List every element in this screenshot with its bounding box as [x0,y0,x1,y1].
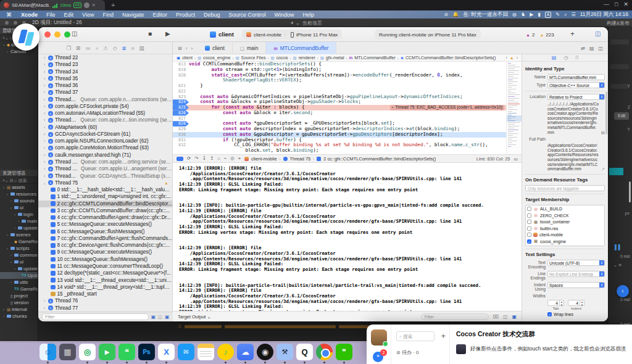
tree-item-gameroot[interactable]: TSGameRoot [0,286,38,292]
breakpoint-marker[interactable]: 825 [173,105,189,110]
todo-item[interactable]: ⊘ 待办 · 0 [396,349,418,356]
dock-wechat-icon[interactable]: ❞ [336,344,352,360]
code-line[interactable]: 824 const auto &blocks = pipelineStateOb… [173,99,522,105]
dock-dev-tool-icon[interactable]: ⚒ [276,344,293,360]
stack-frame-row[interactable]: 7 cc::gfx::CommandBufferAgent::flushComm… [38,235,172,242]
disclosure-icon[interactable]: ⌄ [43,180,46,186]
disclosure-icon[interactable]: › [6,48,9,55]
breakpoint-marker[interactable]: 826 [173,110,189,116]
file-inspector-icon[interactable]: ▤ [552,55,557,60]
code-line[interactable]: 825 for (const auto &iter : blocks) {▪Th… [173,105,522,110]
disclosure-icon[interactable]: › [43,68,46,75]
reveal-arrow-icon[interactable]: ➚ [602,167,605,172]
target-row-cocos_engine[interactable]: ✓▦cocos_engine [527,238,603,245]
dock-facetime-icon[interactable]: ▶ [99,344,115,360]
cocos-traffic-light[interactable] [5,21,9,25]
error-badge-icon[interactable]: ▲ [526,33,530,37]
thread-row[interactable]: ›≡com.apple.CoreMotion.MotionThread (63) [38,144,172,151]
code-line[interactable]: 830 const auto &gpuDescriptor = gpuDescr… [173,132,522,138]
debug-control-icon-3[interactable]: ↥ [210,155,214,162]
sender-avatar[interactable] [456,344,466,354]
disclosure-icon[interactable]: › [43,144,46,151]
disclosure-icon[interactable]: › [43,131,46,138]
thread-row[interactable]: ›≡caulk.messenger.shared:high (71) [38,152,172,159]
output-scope-selector[interactable]: Target Output ⌄ [178,314,211,320]
globe-icon[interactable]: ◍ [512,12,517,17]
chat-search-input[interactable]: ⌕ 搜索 [396,331,434,341]
disclosure-icon[interactable]: ⌄ [9,259,13,265]
close-traffic-light[interactable] [44,31,51,38]
dock-green-ring-app-icon[interactable]: ◎ [79,344,96,360]
location-select[interactable]: Relative to Project [547,94,605,100]
code-line[interactable]: 832 CC_LOG_ERROR("Buffer binding %s at s… [173,143,522,148]
thread-row[interactable]: ›≡Thread 36 [38,82,172,89]
jumpbar-segment[interactable]: CCMTLCommandBuffer::bindDescriptorSets() [405,55,496,60]
stack-frame-row[interactable]: 11 cc::MessageQueue::consumerThreadLoop(… [38,263,172,270]
tree-item-resources[interactable]: ⌄resources [0,191,38,197]
thread-row[interactable]: ›≡Thread 74 Queue: GCDAsyncS...ThreadSet… [38,173,172,180]
target-row-boost_container[interactable]: ▦boost_container [527,219,603,226]
odr-tags-input[interactable]: Only resources are taggable [525,185,605,191]
debug-console[interactable]: 14:12:39 [ERROR]: [ERROR] file /Applicat… [173,163,522,311]
jumpbar-segment[interactable]: gfx-metal [326,55,344,60]
debug-crumb[interactable]: client-mobile [251,156,277,162]
tree-item-common[interactable]: ›common [0,252,38,259]
assets-toolbar[interactable]: +⌄ ⊟ ⌕ 搜索 [0,177,38,184]
target-checkbox[interactable] [527,213,531,218]
debug-control-icon-0[interactable]: ⟳ [187,155,191,162]
disclosure-icon[interactable]: › [17,218,20,225]
help-inspector-icon[interactable]: ⍰ [575,55,578,61]
stack-frame-row[interactable]: 12 decltype(*(static_cast<cc::MessageQue… [38,270,172,276]
window-maximize-icon[interactable]: □ [615,1,618,7]
stack-frame-row[interactable]: 1 std::__1::unordered_map<unsigned int, … [38,193,172,200]
thread-row[interactable]: ›≡GCDAsyncSocket-CFStream (61) [38,131,172,138]
prev-issue-icon[interactable]: ‹ [505,56,507,60]
filter-option-icon[interactable]: ◫ [158,314,162,320]
code-line[interactable]: ShaderStageFlagBit::VERTEX); [173,78,522,83]
tree-item-chunks[interactable]: ›chunks [0,313,38,320]
disclosure-icon[interactable]: › [43,89,46,96]
target-checkbox[interactable] [527,233,531,237]
disclosure-icon[interactable]: › [43,305,46,312]
disclosure-icon[interactable]: › [43,152,46,159]
debug-control-icon-5[interactable]: ⌁ [224,155,227,162]
breakpoint-marker[interactable]: 828 [173,121,189,126]
tree-item-updatew[interactable]: TSUpdateW [0,272,38,279]
type-select[interactable]: Objective-C++ Source [547,82,605,88]
menu-debug[interactable]: Debug [199,12,225,18]
assets-panel-title[interactable]: 资源管理器 [0,170,38,177]
control-center-icon[interactable]: ☰ [572,12,576,17]
console-filter-input[interactable]: Filter [421,313,489,320]
disclosure-icon[interactable]: › [13,225,17,231]
navigator-icon-5[interactable]: ◇ [113,45,117,51]
code-line[interactable]: 821 } [173,83,522,89]
wrap-lines-checkbox[interactable]: ✓ [547,312,552,316]
encoding-select[interactable]: Unicode (UTF-8) [547,260,605,266]
tree-item-gameroot[interactable]: ◆GameRoot [0,238,38,245]
thread-row[interactable]: ⌄≡Thread 75▲ [38,180,172,186]
tab-width-stepper[interactable]: 4▲▼ [547,300,564,306]
thread-row[interactable]: ›≡Thread 51 Queue: com.apple.n....connec… [38,96,172,103]
disclosure-icon[interactable]: › [43,96,46,103]
breakpoints-toggle[interactable] [177,157,183,161]
menu-find[interactable]: Find [98,12,118,18]
minimap[interactable] [506,62,522,154]
disclosure-icon[interactable]: ⌄ [2,41,6,48]
target-checkbox[interactable] [527,226,531,231]
disclosure-icon[interactable]: › [9,197,13,204]
console-toggle-icon[interactable]: ▭ [514,156,518,162]
navigator-icon-1[interactable]: ⊠ [76,45,80,51]
disclosure-icon[interactable]: ⌄ [9,204,13,211]
indent-using-select[interactable]: Spaces [547,282,605,288]
collapse-fab-button[interactable]: ‹ [617,285,629,297]
crash-annotation[interactable]: ▪Thread 75: EXC_BAD_ACCESS (code=1, addr… [390,105,504,110]
filter-option-icon[interactable]: ▣ [165,314,169,320]
history-inspector-icon[interactable]: ◷ [563,55,568,60]
target-checkbox[interactable] [527,207,531,211]
stack-frame-row[interactable]: 6 cc::MessageQueue::flushMessages() [38,228,172,235]
forward-icon[interactable]: › [191,46,193,51]
code-line[interactable]: block.set, block.binding); [173,148,522,154]
thread-row[interactable]: ›≡Thread 73 Queue: com.apple.U...anageme… [38,165,172,172]
code-line[interactable]: 819 auto stream = std::get<1>(bindingInf… [173,67,522,73]
menu-product[interactable]: Product [172,12,199,18]
